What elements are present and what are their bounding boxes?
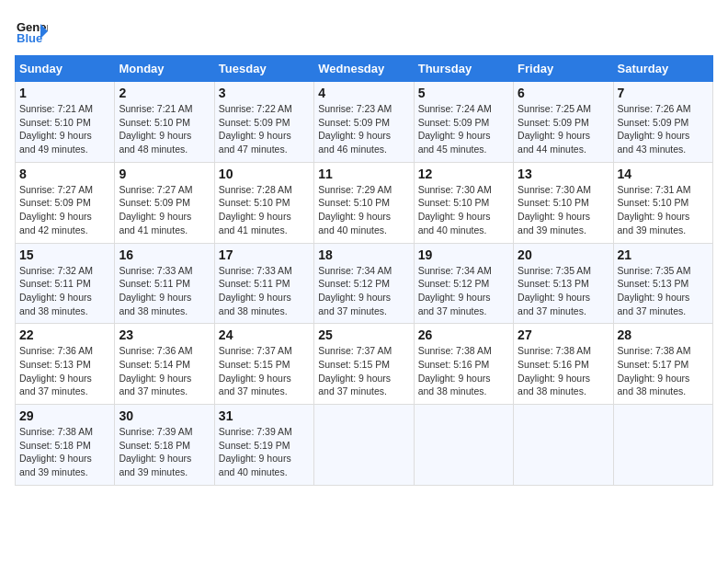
day-number: 7 xyxy=(618,86,709,100)
weekday-header-saturday: Saturday xyxy=(613,56,712,82)
weekday-header-monday: Monday xyxy=(115,56,214,82)
calendar-cell: 26Sunrise: 7:38 AM Sunset: 5:16 PM Dayli… xyxy=(414,324,513,405)
day-info: Sunrise: 7:30 AM Sunset: 5:10 PM Dayligh… xyxy=(418,183,509,237)
day-number: 12 xyxy=(418,167,509,181)
calendar-cell: 8Sunrise: 7:27 AM Sunset: 5:09 PM Daylig… xyxy=(16,162,115,243)
calendar-cell: 25Sunrise: 7:37 AM Sunset: 5:15 PM Dayli… xyxy=(314,324,414,405)
calendar-week-4: 22Sunrise: 7:36 AM Sunset: 5:13 PM Dayli… xyxy=(16,324,713,405)
day-info: Sunrise: 7:32 AM Sunset: 5:11 PM Dayligh… xyxy=(19,264,110,318)
logo-icon: General Blue xyxy=(15,15,48,48)
weekday-header-tuesday: Tuesday xyxy=(214,56,313,82)
calendar-cell: 22Sunrise: 7:36 AM Sunset: 5:13 PM Dayli… xyxy=(16,324,115,405)
calendar-cell: 10Sunrise: 7:28 AM Sunset: 5:10 PM Dayli… xyxy=(214,162,313,243)
calendar-cell: 4Sunrise: 7:23 AM Sunset: 5:09 PM Daylig… xyxy=(314,82,414,163)
day-number: 14 xyxy=(618,167,709,181)
calendar-cell: 12Sunrise: 7:30 AM Sunset: 5:10 PM Dayli… xyxy=(414,162,513,243)
calendar-cell: 31Sunrise: 7:39 AM Sunset: 5:19 PM Dayli… xyxy=(214,405,313,486)
day-number: 30 xyxy=(119,408,210,423)
day-info: Sunrise: 7:31 AM Sunset: 5:10 PM Dayligh… xyxy=(618,183,709,237)
calendar-cell: 1Sunrise: 7:21 AM Sunset: 5:10 PM Daylig… xyxy=(16,82,115,163)
calendar-cell xyxy=(514,405,613,486)
day-info: Sunrise: 7:33 AM Sunset: 5:11 PM Dayligh… xyxy=(119,264,210,318)
day-number: 9 xyxy=(119,167,210,181)
calendar-cell: 28Sunrise: 7:38 AM Sunset: 5:17 PM Dayli… xyxy=(613,324,712,405)
day-info: Sunrise: 7:27 AM Sunset: 5:09 PM Dayligh… xyxy=(119,183,210,237)
day-number: 10 xyxy=(219,167,310,181)
day-info: Sunrise: 7:38 AM Sunset: 5:18 PM Dayligh… xyxy=(19,425,110,479)
calendar-cell: 27Sunrise: 7:38 AM Sunset: 5:16 PM Dayli… xyxy=(514,324,613,405)
weekday-header-thursday: Thursday xyxy=(414,56,513,82)
day-number: 16 xyxy=(119,247,210,262)
day-info: Sunrise: 7:23 AM Sunset: 5:09 PM Dayligh… xyxy=(318,102,409,156)
day-info: Sunrise: 7:36 AM Sunset: 5:13 PM Dayligh… xyxy=(19,344,110,398)
day-number: 15 xyxy=(19,247,110,262)
calendar-cell: 5Sunrise: 7:24 AM Sunset: 5:09 PM Daylig… xyxy=(414,82,513,163)
day-info: Sunrise: 7:22 AM Sunset: 5:09 PM Dayligh… xyxy=(219,102,310,156)
day-number: 22 xyxy=(19,327,110,342)
page-header: General Blue xyxy=(15,15,713,48)
day-info: Sunrise: 7:38 AM Sunset: 5:17 PM Dayligh… xyxy=(618,344,709,398)
day-info: Sunrise: 7:34 AM Sunset: 5:12 PM Dayligh… xyxy=(418,264,509,318)
calendar-cell: 11Sunrise: 7:29 AM Sunset: 5:10 PM Dayli… xyxy=(314,162,414,243)
calendar-cell xyxy=(314,405,414,486)
day-info: Sunrise: 7:21 AM Sunset: 5:10 PM Dayligh… xyxy=(119,102,210,156)
day-info: Sunrise: 7:36 AM Sunset: 5:14 PM Dayligh… xyxy=(119,344,210,398)
svg-text:Blue: Blue xyxy=(17,31,42,45)
calendar-header: SundayMondayTuesdayWednesdayThursdayFrid… xyxy=(16,56,713,82)
calendar-cell: 14Sunrise: 7:31 AM Sunset: 5:10 PM Dayli… xyxy=(613,162,712,243)
logo: General Blue xyxy=(15,15,48,48)
calendar-cell: 9Sunrise: 7:27 AM Sunset: 5:09 PM Daylig… xyxy=(115,162,214,243)
day-info: Sunrise: 7:27 AM Sunset: 5:09 PM Dayligh… xyxy=(19,183,110,237)
calendar-cell: 3Sunrise: 7:22 AM Sunset: 5:09 PM Daylig… xyxy=(214,82,313,163)
calendar-cell: 16Sunrise: 7:33 AM Sunset: 5:11 PM Dayli… xyxy=(115,243,214,324)
calendar-body: 1Sunrise: 7:21 AM Sunset: 5:10 PM Daylig… xyxy=(16,82,713,486)
day-number: 26 xyxy=(418,327,509,342)
calendar-cell: 13Sunrise: 7:30 AM Sunset: 5:10 PM Dayli… xyxy=(514,162,613,243)
day-number: 27 xyxy=(518,327,609,342)
day-info: Sunrise: 7:28 AM Sunset: 5:10 PM Dayligh… xyxy=(219,183,310,237)
day-number: 8 xyxy=(19,167,110,181)
day-info: Sunrise: 7:30 AM Sunset: 5:10 PM Dayligh… xyxy=(518,183,609,237)
day-info: Sunrise: 7:35 AM Sunset: 5:13 PM Dayligh… xyxy=(518,264,609,318)
day-number: 20 xyxy=(518,247,609,262)
calendar-cell: 29Sunrise: 7:38 AM Sunset: 5:18 PM Dayli… xyxy=(16,405,115,486)
calendar-cell: 30Sunrise: 7:39 AM Sunset: 5:18 PM Dayli… xyxy=(115,405,214,486)
calendar-cell: 18Sunrise: 7:34 AM Sunset: 5:12 PM Dayli… xyxy=(314,243,414,324)
day-number: 5 xyxy=(418,86,509,100)
weekday-header-friday: Friday xyxy=(514,56,613,82)
day-number: 13 xyxy=(518,167,609,181)
day-number: 1 xyxy=(19,86,110,100)
calendar-cell: 24Sunrise: 7:37 AM Sunset: 5:15 PM Dayli… xyxy=(214,324,313,405)
day-number: 11 xyxy=(318,167,409,181)
weekday-header-row: SundayMondayTuesdayWednesdayThursdayFrid… xyxy=(16,56,713,82)
calendar-cell: 21Sunrise: 7:35 AM Sunset: 5:13 PM Dayli… xyxy=(613,243,712,324)
day-number: 6 xyxy=(518,86,609,100)
calendar-cell: 20Sunrise: 7:35 AM Sunset: 5:13 PM Dayli… xyxy=(514,243,613,324)
day-info: Sunrise: 7:26 AM Sunset: 5:09 PM Dayligh… xyxy=(618,102,709,156)
calendar-week-1: 1Sunrise: 7:21 AM Sunset: 5:10 PM Daylig… xyxy=(16,82,713,163)
day-info: Sunrise: 7:39 AM Sunset: 5:18 PM Dayligh… xyxy=(119,425,210,479)
day-info: Sunrise: 7:24 AM Sunset: 5:09 PM Dayligh… xyxy=(418,102,509,156)
day-info: Sunrise: 7:38 AM Sunset: 5:16 PM Dayligh… xyxy=(518,344,609,398)
day-number: 17 xyxy=(219,247,310,262)
day-info: Sunrise: 7:33 AM Sunset: 5:11 PM Dayligh… xyxy=(219,264,310,318)
calendar-cell: 2Sunrise: 7:21 AM Sunset: 5:10 PM Daylig… xyxy=(115,82,214,163)
day-info: Sunrise: 7:21 AM Sunset: 5:10 PM Dayligh… xyxy=(19,102,110,156)
day-info: Sunrise: 7:37 AM Sunset: 5:15 PM Dayligh… xyxy=(318,344,409,398)
day-number: 18 xyxy=(318,247,409,262)
calendar-cell: 15Sunrise: 7:32 AM Sunset: 5:11 PM Dayli… xyxy=(16,243,115,324)
calendar-cell: 23Sunrise: 7:36 AM Sunset: 5:14 PM Dayli… xyxy=(115,324,214,405)
calendar-week-3: 15Sunrise: 7:32 AM Sunset: 5:11 PM Dayli… xyxy=(16,243,713,324)
day-number: 25 xyxy=(318,327,409,342)
day-info: Sunrise: 7:34 AM Sunset: 5:12 PM Dayligh… xyxy=(318,264,409,318)
day-info: Sunrise: 7:37 AM Sunset: 5:15 PM Dayligh… xyxy=(219,344,310,398)
calendar-table: SundayMondayTuesdayWednesdayThursdayFrid… xyxy=(15,55,713,486)
day-number: 31 xyxy=(219,408,310,423)
day-info: Sunrise: 7:29 AM Sunset: 5:10 PM Dayligh… xyxy=(318,183,409,237)
day-number: 23 xyxy=(119,327,210,342)
day-number: 24 xyxy=(219,327,310,342)
calendar-week-2: 8Sunrise: 7:27 AM Sunset: 5:09 PM Daylig… xyxy=(16,162,713,243)
weekday-header-sunday: Sunday xyxy=(16,56,115,82)
day-info: Sunrise: 7:38 AM Sunset: 5:16 PM Dayligh… xyxy=(418,344,509,398)
calendar-cell xyxy=(613,405,712,486)
